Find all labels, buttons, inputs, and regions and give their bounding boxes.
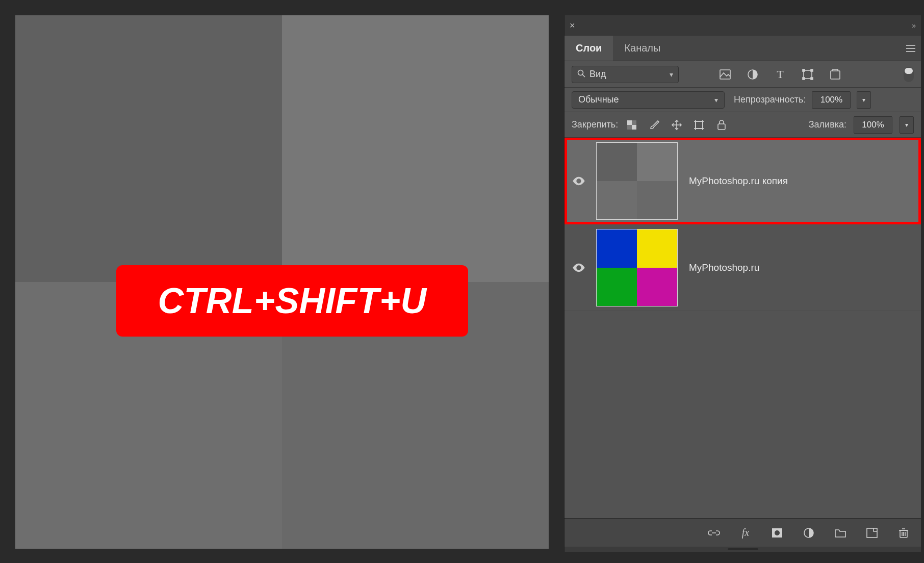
svg-rect-9 [811, 69, 813, 71]
shortcut-overlay: CTRL+SHIFT+U [116, 265, 468, 337]
layer-row[interactable]: MyPhotoshop.ru [564, 224, 921, 311]
visibility-toggle[interactable] [564, 138, 593, 224]
fill-stepper[interactable]: ▾ [900, 116, 914, 134]
lock-icons [625, 118, 728, 132]
lock-artboard-icon[interactable] [692, 118, 706, 132]
svg-rect-13 [627, 120, 632, 125]
panel-titlebar: × » [564, 15, 921, 36]
filter-toggle[interactable] [904, 67, 914, 82]
smartobject-icon[interactable] [829, 68, 842, 81]
document-canvas[interactable]: CTRL+SHIFT+U [15, 15, 549, 549]
opacity-stepper[interactable]: ▾ [857, 91, 871, 109]
layer-name[interactable]: MyPhotoshop.ru копия [689, 175, 788, 187]
layer-row[interactable]: MyPhotoshop.ru копия [564, 138, 921, 224]
tab-layers[interactable]: Слои [564, 36, 613, 61]
opacity-value[interactable]: 100% [812, 91, 851, 109]
trash-icon[interactable] [896, 526, 911, 540]
layer-filter-row: Вид ▾ T [564, 61, 921, 88]
blend-mode-select[interactable]: Обычные ▾ [572, 91, 725, 109]
shape-icon[interactable] [801, 68, 814, 81]
panel-bottom-bar: fx [564, 518, 921, 547]
panel-menu-icon[interactable] [901, 36, 921, 61]
lock-move-icon[interactable] [670, 118, 683, 132]
layer-name[interactable]: MyPhotoshop.ru [689, 262, 759, 273]
svg-rect-19 [696, 121, 703, 129]
svg-rect-8 [803, 69, 805, 71]
group-icon[interactable] [833, 526, 848, 540]
link-icon[interactable] [707, 526, 721, 540]
chevron-down-icon: ▾ [670, 70, 673, 79]
blend-mode-label: Обычные [578, 94, 619, 105]
canvas-quadrant [15, 15, 282, 282]
filter-type-select[interactable]: Вид ▾ [572, 66, 679, 83]
fill-value[interactable]: 100% [854, 116, 892, 134]
panel-tabs: Слои Каналы [564, 36, 921, 61]
panel-resize-grip[interactable] [564, 547, 921, 552]
svg-rect-15 [632, 120, 636, 125]
svg-rect-14 [632, 125, 636, 130]
chevron-down-icon: ▾ [714, 96, 718, 104]
layer-thumbnail[interactable] [596, 229, 678, 306]
fill-label: Заливка: [809, 119, 846, 130]
app-root: CTRL+SHIFT+U × » Слои Каналы В [0, 0, 924, 563]
adjustment-layer-icon[interactable] [802, 526, 816, 540]
layers-panel: × » Слои Каналы Вид ▾ [564, 15, 921, 552]
lock-row: Закрепить: Заливка: 100% ▾ [564, 112, 921, 138]
new-layer-icon[interactable] [865, 526, 879, 540]
svg-rect-12 [831, 71, 840, 79]
visibility-toggle[interactable] [564, 224, 593, 311]
grip-icon [728, 548, 758, 550]
collapse-icon[interactable]: » [903, 21, 916, 30]
canvas-quadrant [282, 15, 549, 282]
svg-rect-28 [867, 528, 877, 538]
svg-rect-11 [811, 78, 813, 80]
type-icon[interactable]: T [774, 68, 787, 81]
filter-type-label: Вид [589, 69, 606, 80]
image-icon[interactable] [718, 68, 732, 81]
svg-rect-10 [803, 78, 805, 80]
lock-all-icon[interactable] [715, 118, 728, 132]
layer-thumbnail[interactable] [596, 142, 678, 220]
adjustment-icon[interactable] [746, 68, 759, 81]
fx-icon[interactable]: fx [738, 526, 753, 540]
lock-brush-icon[interactable] [648, 118, 661, 132]
lock-pixels-icon[interactable] [625, 118, 638, 132]
layer-list: MyPhotoshop.ru копия MyPhotoshop.ru [564, 138, 921, 518]
opacity-label: Непрозрачность: [734, 94, 806, 105]
svg-line-4 [582, 74, 585, 77]
mask-icon[interactable] [770, 526, 784, 540]
svg-point-26 [775, 530, 780, 535]
tab-channels[interactable]: Каналы [613, 36, 672, 61]
lock-label: Закрепить: [572, 119, 618, 130]
svg-rect-16 [627, 125, 632, 130]
blend-row: Обычные ▾ Непрозрачность: 100% ▾ [564, 88, 921, 112]
filter-icons: T [718, 68, 842, 81]
svg-rect-24 [718, 124, 725, 130]
close-icon[interactable]: × [570, 20, 581, 31]
search-icon [577, 69, 585, 80]
